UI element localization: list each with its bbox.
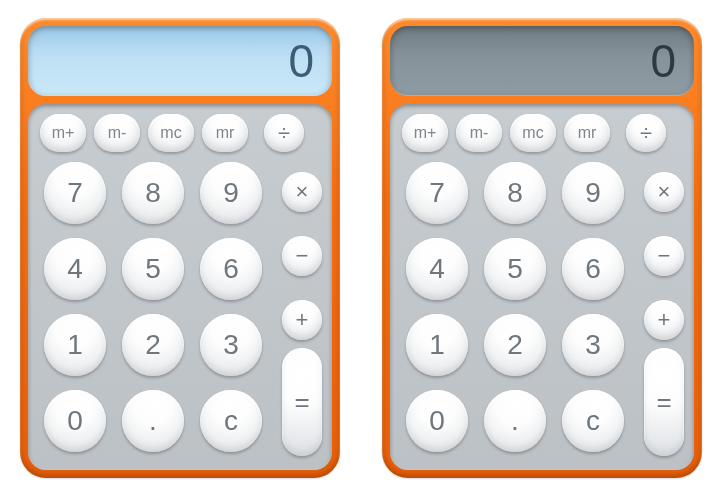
plus-button[interactable]: + bbox=[644, 300, 684, 340]
digit-3-button[interactable]: 3 bbox=[200, 314, 262, 376]
digit-5-button[interactable]: 5 bbox=[484, 238, 546, 300]
calculator-right: 0 m+ m- mc mr ÷ 7 8 9 × 4 5 6 − 1 2 3 + … bbox=[382, 18, 702, 478]
digit-5-button[interactable]: 5 bbox=[122, 238, 184, 300]
memory-clear-button[interactable]: mc bbox=[148, 114, 194, 152]
display: 0 bbox=[28, 26, 332, 96]
digit-7-button[interactable]: 7 bbox=[44, 162, 106, 224]
digit-0-button[interactable]: 0 bbox=[44, 390, 106, 452]
memory-row: m+ m- mc mr ÷ bbox=[402, 114, 682, 152]
memory-recall-button[interactable]: mr bbox=[564, 114, 610, 152]
minus-button[interactable]: − bbox=[282, 236, 322, 276]
digit-2-button[interactable]: 2 bbox=[122, 314, 184, 376]
digit-8-button[interactable]: 8 bbox=[122, 162, 184, 224]
digit-4-button[interactable]: 4 bbox=[44, 238, 106, 300]
memory-row: m+ m- mc mr ÷ bbox=[40, 114, 320, 152]
digit-0-button[interactable]: 0 bbox=[406, 390, 468, 452]
digit-8-button[interactable]: 8 bbox=[484, 162, 546, 224]
divide-button[interactable]: ÷ bbox=[626, 114, 666, 152]
multiply-button[interactable]: × bbox=[644, 172, 684, 212]
display-value: 0 bbox=[288, 34, 314, 88]
equals-button[interactable]: = bbox=[282, 348, 322, 456]
keypad: m+ m- mc mr ÷ 7 8 9 × 4 5 6 − 1 2 3 + 0 … bbox=[390, 104, 694, 470]
memory-clear-button[interactable]: mc bbox=[510, 114, 556, 152]
digit-9-button[interactable]: 9 bbox=[562, 162, 624, 224]
memory-minus-button[interactable]: m- bbox=[94, 114, 140, 152]
digit-6-button[interactable]: 6 bbox=[200, 238, 262, 300]
digit-4-button[interactable]: 4 bbox=[406, 238, 468, 300]
button-grid: 7 8 9 × 4 5 6 − 1 2 3 + 0 . c = bbox=[40, 158, 320, 458]
display-value: 0 bbox=[650, 34, 676, 88]
equals-button[interactable]: = bbox=[644, 348, 684, 456]
digit-1-button[interactable]: 1 bbox=[44, 314, 106, 376]
digit-9-button[interactable]: 9 bbox=[200, 162, 262, 224]
memory-plus-button[interactable]: m+ bbox=[402, 114, 448, 152]
keypad: m+ m- mc mr ÷ 7 8 9 × 4 5 6 − 1 2 3 + 0 … bbox=[28, 104, 332, 470]
clear-button[interactable]: c bbox=[200, 390, 262, 452]
digit-6-button[interactable]: 6 bbox=[562, 238, 624, 300]
display: 0 bbox=[390, 26, 694, 96]
memory-minus-button[interactable]: m- bbox=[456, 114, 502, 152]
button-grid: 7 8 9 × 4 5 6 − 1 2 3 + 0 . c = bbox=[402, 158, 682, 458]
clear-button[interactable]: c bbox=[562, 390, 624, 452]
divide-button[interactable]: ÷ bbox=[264, 114, 304, 152]
calculator-left: 0 m+ m- mc mr ÷ 7 8 9 × 4 5 6 − 1 2 3 + … bbox=[20, 18, 340, 478]
minus-button[interactable]: − bbox=[644, 236, 684, 276]
memory-plus-button[interactable]: m+ bbox=[40, 114, 86, 152]
multiply-button[interactable]: × bbox=[282, 172, 322, 212]
decimal-button[interactable]: . bbox=[122, 390, 184, 452]
digit-7-button[interactable]: 7 bbox=[406, 162, 468, 224]
digit-2-button[interactable]: 2 bbox=[484, 314, 546, 376]
plus-button[interactable]: + bbox=[282, 300, 322, 340]
digit-3-button[interactable]: 3 bbox=[562, 314, 624, 376]
digit-1-button[interactable]: 1 bbox=[406, 314, 468, 376]
decimal-button[interactable]: . bbox=[484, 390, 546, 452]
memory-recall-button[interactable]: mr bbox=[202, 114, 248, 152]
